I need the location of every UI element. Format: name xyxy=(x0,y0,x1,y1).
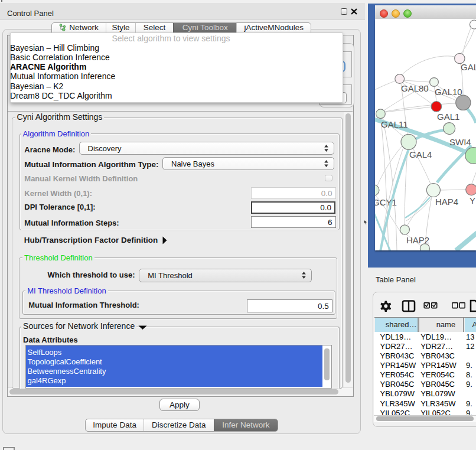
svg-text:GAL1: GAL1 xyxy=(437,112,459,122)
svg-text:GAL11: GAL11 xyxy=(381,119,408,129)
svg-text:HAP4: HAP4 xyxy=(435,197,458,207)
svg-text:SWI4: SWI4 xyxy=(449,137,471,147)
svg-text:GAL10: GAL10 xyxy=(435,87,462,97)
svg-text:GCY1: GCY1 xyxy=(375,197,397,207)
svg-text:GAL7: GAL7 xyxy=(461,62,476,72)
svg-text:GAL80: GAL80 xyxy=(401,83,429,93)
svg-text:HAP2: HAP2 xyxy=(406,235,429,245)
svg-text:Y: Y xyxy=(470,195,475,206)
svg-text:GAL4: GAL4 xyxy=(409,149,432,159)
